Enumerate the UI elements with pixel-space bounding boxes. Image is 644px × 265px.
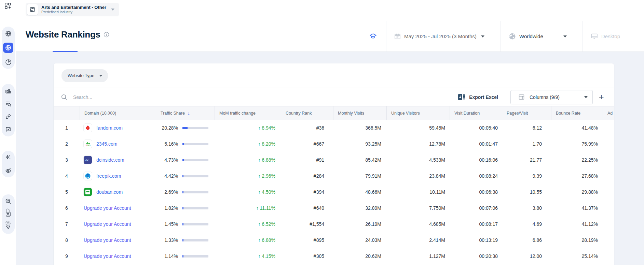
rank-cell: 7	[54, 216, 80, 232]
bounce-rate-cell: 75.99%	[551, 136, 603, 152]
date-range-picker[interactable]: May 2025 - Jul 2025 (3 Months)	[386, 21, 501, 51]
douban-favicon	[84, 188, 92, 196]
ads-cell-clipped	[603, 200, 614, 216]
graduation-cap-icon	[369, 32, 377, 41]
domain-link[interactable]: dcinside.com	[96, 157, 124, 163]
apps-grid-icon[interactable]	[4, 2, 12, 10]
column-header-share[interactable]: Traffic Share↓	[156, 106, 215, 120]
table-row[interactable]: 223452345.com5.16%↑ 8.20%#66793.25M12.78…	[54, 136, 614, 152]
table-row[interactable]: 1fandom.com20.28%↑ 8.94%#36366.5M59.45M0…	[54, 120, 614, 136]
bookmark-check-icon[interactable]	[4, 126, 12, 133]
bar-chart-icon[interactable]	[4, 87, 12, 94]
eye-plus-icon[interactable]	[4, 167, 12, 174]
column-header-country_rank[interactable]: Country Rank	[281, 106, 333, 120]
domain-link[interactable]: 2345.com	[96, 141, 117, 147]
column-header-monthly_visits[interactable]: Monthly Visits	[333, 106, 386, 120]
column-header-pages_per_visit[interactable]: Pages/Visit	[502, 106, 551, 120]
globe-trend-icon[interactable]	[3, 43, 13, 53]
industry-storefront-icon	[27, 4, 38, 15]
sort-desc-icon: ↓	[188, 111, 190, 116]
unique-visitors-cell: 2.414M	[386, 232, 450, 248]
country-rank-cell: #640	[281, 200, 333, 216]
domain-cell: Upgrade your Account	[80, 216, 156, 232]
column-header-visit_duration[interactable]: Visit Duration	[450, 106, 502, 120]
table-row[interactable]: 7Upgrade your Account1.45%↑ 6.52%#1,5542…	[54, 216, 614, 232]
region-selector[interactable]: Worldwide	[501, 21, 583, 51]
domain-link[interactable]: freepik.com	[96, 173, 121, 179]
page-header: Website Rankings May 2025 - Jul 2025 (3 …	[16, 21, 644, 52]
info-icon[interactable]	[104, 32, 109, 38]
sidebar-group-tools	[2, 194, 15, 234]
mom-change-cell: ↑ 4.15%	[215, 248, 281, 264]
bounce-rate-cell: 27.68%	[551, 168, 603, 184]
industry-selector[interactable]: Arts and Entertainment - Other Predefine…	[26, 3, 119, 16]
domain-cell: 23452345.com	[80, 136, 156, 152]
device-label: Desktop	[601, 33, 620, 39]
ads-cell-clipped	[603, 168, 614, 184]
column-header-unique_visitors[interactable]: Unique Visitors	[386, 106, 450, 120]
rank-cell: 6	[54, 200, 80, 216]
pages-per-visit-cell: 6.12	[502, 120, 551, 136]
column-header-ads_clipped[interactable]: Ad	[603, 106, 614, 120]
pie-chart-icon[interactable]	[4, 58, 12, 66]
rank-cell: 1	[54, 120, 80, 136]
visit-duration-cell: 00:16:06	[450, 152, 502, 168]
page-title: Website Rankings	[26, 29, 100, 40]
academy-button[interactable]	[361, 21, 386, 51]
ads-cell-clipped	[603, 248, 614, 264]
link-icon[interactable]	[4, 113, 12, 120]
upgrade-account-link[interactable]: Upgrade your Account	[84, 221, 131, 227]
table-row[interactable]: 8Upgrade your Account1.33%↑ 6.88%#89524.…	[54, 232, 614, 248]
dcinside-favicon: dc	[84, 156, 92, 164]
traffic-share-cell: 4.73%	[156, 152, 215, 168]
add-column-button[interactable]: +	[595, 91, 607, 103]
column-header-mom[interactable]: MoM traffic change	[215, 106, 281, 120]
upgrade-account-link[interactable]: Upgrade your Account	[84, 253, 131, 259]
mom-change-cell: ↑ 6.88%	[215, 232, 281, 248]
website-type-filter[interactable]: Website Type	[61, 69, 108, 82]
rank-cell: 4	[54, 168, 80, 184]
table-columns-icon	[518, 94, 525, 100]
gear-icon[interactable]	[4, 219, 12, 227]
bounce-rate-cell: 41.12%	[551, 216, 603, 232]
domain-link[interactable]: fandom.com	[96, 125, 123, 131]
globe-icon[interactable]	[4, 30, 12, 37]
sparkles-icon[interactable]	[4, 154, 12, 161]
device-selector[interactable]: Desktop	[583, 21, 644, 51]
unique-visitors-cell: 4.685M	[386, 216, 450, 232]
pages-per-visit-cell: 4.69	[502, 216, 551, 232]
sidebar-rail	[0, 0, 16, 265]
table-row[interactable]: 9Upgrade your Account1.14%↑ 4.15%#30520.…	[54, 248, 614, 264]
upgrade-account-link[interactable]: Upgrade your Account	[84, 205, 131, 211]
upgrade-account-link[interactable]: Upgrade your Account	[84, 237, 131, 243]
monthly-visits-cell: 48.66M	[333, 184, 386, 200]
traffic-share-cell: 1.14%	[156, 248, 215, 264]
list-search-icon[interactable]	[4, 100, 12, 107]
traffic-share-bar	[182, 175, 208, 177]
columns-dropdown[interactable]: Columns (9/9)	[510, 90, 593, 104]
ads-cell-clipped	[603, 152, 614, 168]
traffic-share-cell: 5.16%	[156, 136, 215, 152]
pages-per-visit-cell: 10.55	[502, 184, 551, 200]
table-row[interactable]: 6Upgrade your Account1.82%↑ 11.11%#64032…	[54, 200, 614, 216]
column-header-rank[interactable]	[54, 106, 80, 120]
search-input[interactable]	[73, 94, 217, 100]
traffic-share-bar	[182, 191, 208, 193]
table-row[interactable]: 3dcdcinside.com4.73%↑ 6.88%#9185.42M4.53…	[54, 152, 614, 168]
visit-duration-cell: 00:07:06	[450, 200, 502, 216]
rank-cell: 3	[54, 152, 80, 168]
country-rank-cell: #305	[281, 248, 333, 264]
column-header-bounce_rate[interactable]: Bounce Rate	[551, 106, 603, 120]
search-trend-icon[interactable]	[4, 197, 12, 205]
table-row[interactable]: 4freepik.com4.42%↑ 2.96%#28479.91M23.84M…	[54, 168, 614, 184]
export-excel-button[interactable]: Export Excel	[458, 93, 498, 101]
traffic-share-bar	[182, 127, 208, 129]
traffic-share-bar	[182, 239, 208, 241]
unique-visitors-cell: 12.78M	[386, 136, 450, 152]
domain-cell: freepik.com	[80, 168, 156, 184]
column-header-domain[interactable]: Domain (10,000)	[80, 106, 156, 120]
domain-link[interactable]: douban.com	[96, 189, 123, 195]
puzzle-icon[interactable]	[4, 206, 12, 214]
2345-favicon: 2345	[84, 140, 92, 148]
table-row[interactable]: 5douban.com2.69%↑ 4.50%#39448.66M10.11M0…	[54, 184, 614, 200]
